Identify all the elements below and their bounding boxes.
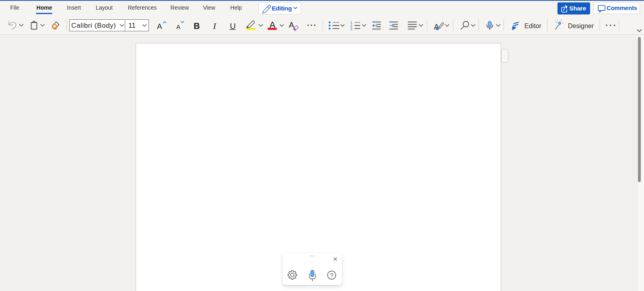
svg-text:3: 3 (350, 27, 352, 31)
svg-text:?: ? (330, 272, 333, 279)
